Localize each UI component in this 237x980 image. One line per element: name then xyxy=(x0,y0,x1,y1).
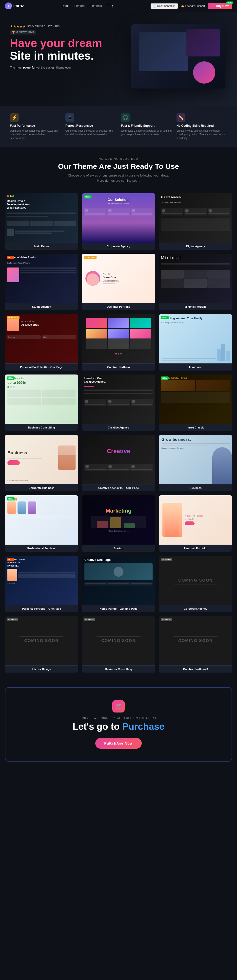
nav-buy-button[interactable]: 🛒 Buy Now NEW xyxy=(208,3,232,9)
demo-thumb-insurance: Protecting You And Your Family Covering … xyxy=(159,314,232,363)
mockup-screen-2 xyxy=(186,29,220,56)
nav-demo[interactable]: Demo xyxy=(61,4,69,8)
demo-card-interior-design[interactable]: COMING COMING SOON Interior Design xyxy=(5,616,78,673)
demo-card-insurance[interactable]: NEW Protecting You And Your Family Cover… xyxy=(159,314,232,371)
demo-label-creative-agency-2: Creative Agency 02 – One Page xyxy=(82,484,155,492)
feature-support: 🎧 Fast & Friendly Support We provide 24 … xyxy=(121,113,171,140)
nav-elements[interactable]: Elements xyxy=(90,4,102,8)
demo-badge-personal-2: POPULAR xyxy=(7,316,19,319)
demo-card-main-demo[interactable]: Design DrivenDevelopment YourWeb Product… xyxy=(5,193,78,250)
demo-label-personal-2: Personal Portfolio 02 – One Page xyxy=(5,363,78,371)
demo-card-personal-portfolio-2[interactable]: POPULAR I'm Joe Alden JS Developer. Abou… xyxy=(5,314,78,371)
demo-thumb-personal-one-page: Hello, I'm FatimaWelcome toMy World... A… xyxy=(5,556,78,605)
demo-label-personal-portfolio: Personal Portfolio xyxy=(159,545,232,552)
demo-thumb-creative-agency-2: Creative xyxy=(82,435,155,484)
hero-mockup xyxy=(131,24,225,89)
feature-performance-desc: Optimized for a shorter load time, fewer… xyxy=(10,129,61,140)
demo-badge-studio: HOT xyxy=(7,256,14,259)
cta-icon: 🛒 xyxy=(112,700,125,713)
section-subtitle-1: Choose one of styles or customize easily… xyxy=(10,173,227,178)
demo-badge-corporate-2: COMING xyxy=(161,558,172,561)
demo-card-personal-one-page[interactable]: HOT Hello, I'm FatimaWelcome toMy World.… xyxy=(5,556,78,612)
demo-thumb-home-portfolio: Creative One Page xyxy=(82,556,155,605)
demo-badge-personal-one-page: HOT xyxy=(7,558,14,561)
demo-thumb-studio-agency: Welcome Video Studio Explore our Recent … xyxy=(5,254,78,303)
demo-card-home-portfolio[interactable]: Creative One Page Home Portfio – Landing… xyxy=(82,556,155,612)
demo-badge-professional: NEW xyxy=(7,497,14,501)
demo-card-startup[interactable]: Marketing Read Company Values Startup xyxy=(82,495,155,552)
performance-icon: ⚡ xyxy=(10,113,19,122)
hero-subtitle: The most powerful yet the easiest theme … xyxy=(10,65,130,70)
demo-badge-designer: POPULAR xyxy=(84,256,96,259)
demo-card-business[interactable]: Grow business. Business provide for you.… xyxy=(159,435,232,492)
logo[interactable]: i imroz xyxy=(5,2,24,10)
demo-card-corporate-agency-2[interactable]: COMING COMING SOON Corporate Agency xyxy=(159,556,232,612)
cta-sub-label: ONLY FEW HUNDRED & GET FREE ON THE GREAT xyxy=(15,716,222,719)
cta-section: 🛒 ONLY FEW HUNDRED & GET FREE ON THE GRE… xyxy=(5,687,232,762)
demo-card-personal-portfolio[interactable]: Hello, I'm Fatima My World Personal Port… xyxy=(159,495,232,552)
nav-friendly-support: 👍 Friendly Support xyxy=(181,5,205,8)
nav-feature[interactable]: Feature xyxy=(74,4,85,8)
demo-label-startup: Startup xyxy=(82,545,155,552)
demo-thumb-creative-portfolio xyxy=(82,314,155,363)
demo-thumb-startup: Marketing Read Company Values xyxy=(82,495,155,545)
nav-documentation[interactable]: 📄 Documentation xyxy=(151,3,178,9)
demos-grid: Design DrivenDevelopment YourWeb Product… xyxy=(0,188,237,682)
main-nav: i imroz Demo Feature Elements FAQ 📄 Docu… xyxy=(0,0,237,12)
demo-thumb-professional-services: Wi-Fi 📶 xyxy=(5,495,78,545)
demo-label-business-consulting: Business Consulting xyxy=(5,424,78,431)
buy-badge: NEW xyxy=(226,2,233,4)
demo-thumb-personal-2: I'm Joe Alden JS Developer. About Me Ski… xyxy=(5,314,78,363)
hero-award: 🏆 #1 NEW THEME xyxy=(10,30,36,35)
demo-label-imroz-classic: Imroz Classic xyxy=(159,424,232,431)
nav-faq[interactable]: FAQ xyxy=(107,4,113,8)
demo-label-creative-agency: Creative Agency xyxy=(82,424,155,431)
demo-thumb-creative-agency: Introduce OurCreative Agency. xyxy=(82,374,155,424)
demo-card-minimal-portfolio[interactable]: Minimal Minimal Portfolio xyxy=(159,254,232,310)
mockup-person xyxy=(193,61,215,84)
demo-thumb-corporate-agency-2: COMING SOON xyxy=(159,556,232,605)
demo-thumb-corporate-business: Business. Listed Company Videos xyxy=(5,435,78,484)
demo-thumb-main-demo: Design DrivenDevelopment YourWeb Product… xyxy=(5,193,78,243)
demo-badge-insurance: NEW xyxy=(161,316,169,319)
demo-thumb-minimal-portfolio: Minimal xyxy=(159,254,232,303)
demo-badge-imroz: NEW xyxy=(161,377,169,380)
demo-label-home-portfolio: Home Portfio – Landing Page xyxy=(82,605,155,612)
feature-performance-title: Fast Performance xyxy=(10,124,61,127)
demo-label-studio-agency: Studio Agency xyxy=(5,303,78,310)
demo-card-business-consulting-2[interactable]: COMING COMING SOON Business Consulting xyxy=(82,616,155,673)
demo-label-creative-portfolio: Creative Portfolio xyxy=(82,363,155,371)
logo-icon: i xyxy=(5,2,12,10)
hero-right xyxy=(130,24,227,89)
demo-thumb-digital-agency: UX Research. Our Awesome Services xyxy=(159,193,232,243)
feature-support-title: Fast & Friendly Support xyxy=(121,124,171,127)
hero-stars: ★★★★★ 5000+ TRUST CUSTOMERS xyxy=(10,24,130,29)
feature-no-code: ✏️ No Coding Skills Required Create any … xyxy=(176,113,227,140)
demo-thumb-business: Grow business. Business provide for you. xyxy=(159,435,232,484)
demo-card-corporate-agency[interactable]: NEW Our Solution. Our Awesome Services C… xyxy=(82,193,155,250)
demo-card-business-consulting[interactable]: NEW Turn your sales up to 900% Business … xyxy=(5,374,78,431)
demos-section-header: NO CODING REQUIRED Our Theme Are Just Re… xyxy=(0,148,237,188)
demo-card-digital-agency[interactable]: UX Research. Our Awesome Services Digita… xyxy=(159,193,232,250)
demo-label-minimal-portfolio: Minimal Portfolio xyxy=(159,303,232,310)
demo-thumb-corporate-agency: Our Solution. Our Awesome Services xyxy=(82,193,155,243)
demo-badge-business-consulting: NEW xyxy=(7,377,14,380)
demo-card-studio-agency[interactable]: HOT Welcome Video Studio Explore our Rec… xyxy=(5,254,78,310)
feature-nocode-desc: Create any site you can imagine without … xyxy=(176,129,227,140)
feature-nocode-title: No Coding Skills Required xyxy=(176,124,227,127)
nav-right: 📄 Documentation 👍 Friendly Support 🛒 Buy… xyxy=(151,3,232,9)
demo-card-professional-services[interactable]: NEW Wi-Fi 📶 Professional Services xyxy=(5,495,78,552)
demo-label-professional-services: Professional Services xyxy=(5,545,78,552)
demo-thumb-personal-portfolio: Hello, I'm Fatima My World xyxy=(159,495,232,545)
demo-card-creative-agency-2[interactable]: Creative Creative Agency 02 – One Page xyxy=(82,435,155,492)
demo-card-designer-portfolio[interactable]: POPULAR Hi, I'm Jone Doe Visual Designer… xyxy=(82,254,155,310)
demo-label-designer-portfolio: Designer Portfolio xyxy=(82,303,155,310)
demo-card-creative-portfolio-3[interactable]: COMING COMING SOON Creative Portfolio 3 xyxy=(159,616,232,673)
demo-card-corporate-business[interactable]: Business. Listed Company Videos Corporat… xyxy=(5,435,78,492)
demo-card-creative-agency[interactable]: Introduce OurCreative Agency. Creative A… xyxy=(82,374,155,431)
feature-performance: ⚡ Fast Performance Optimized for a short… xyxy=(10,113,61,140)
demo-thumb-business-consulting: Turn your sales up to 900% xyxy=(5,374,78,424)
cta-purchase-button[interactable]: PuRchAse Now xyxy=(95,738,141,749)
demo-card-creative-portfolio[interactable]: Creative Portfolio xyxy=(82,314,155,371)
demo-card-imroz-classic[interactable]: NEW Designs, Iterate, Pursue. Imroz Clas… xyxy=(159,374,232,431)
